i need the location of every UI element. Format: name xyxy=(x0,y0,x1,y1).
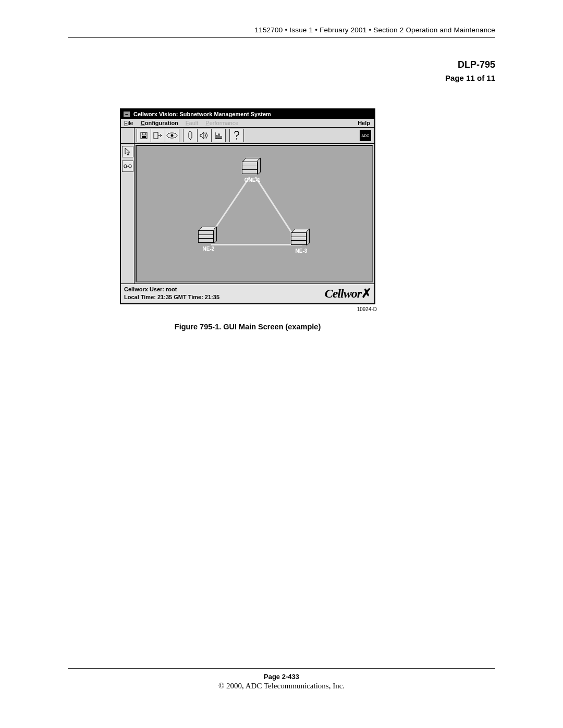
doc-id: 1152700 xyxy=(255,26,283,34)
page-of: Page 11 of 11 xyxy=(68,73,495,82)
node-ne2[interactable]: NE-2 xyxy=(198,229,219,248)
status-bar: Cellworx User: root Local Time: 21:35 GM… xyxy=(121,283,374,303)
date: February 2001 xyxy=(320,26,366,34)
figure-ref: 10924-D xyxy=(120,306,377,312)
svg-rect-6 xyxy=(216,135,217,139)
chart-icon[interactable] xyxy=(211,129,226,142)
system-menu-icon[interactable]: – xyxy=(123,111,130,117)
network-canvas[interactable]: GNE-1 NE-2 NE-3 xyxy=(136,145,373,282)
svg-rect-1 xyxy=(142,136,146,138)
link-icon[interactable] xyxy=(122,161,133,172)
pointer-icon[interactable] xyxy=(122,146,133,157)
menu-help[interactable]: Help xyxy=(358,120,370,126)
node-ne3[interactable]: NE-3 xyxy=(291,231,312,250)
svg-rect-3 xyxy=(154,132,158,139)
menu-performance: Performance xyxy=(205,120,238,126)
section: Section 2 Operation and Maintenance xyxy=(373,26,495,34)
footer-copyright: © 2000, ADC Telecommunications, Inc. xyxy=(68,682,495,690)
page-header: 1152700 • Issue 1 • February 2001 • Sect… xyxy=(68,26,495,38)
figure-caption: Figure 795-1. GUI Main Screen (example) xyxy=(120,323,375,331)
node-label-ne3: NE-3 xyxy=(291,248,312,254)
svg-rect-7 xyxy=(218,134,219,139)
svg-rect-2 xyxy=(142,133,145,135)
menu-fault: Fault xyxy=(186,120,198,126)
save-icon[interactable] xyxy=(137,129,151,142)
help-icon[interactable] xyxy=(229,129,244,142)
svg-point-5 xyxy=(171,134,174,137)
page-footer: Page 2-433 © 2000, ADC Telecommunication… xyxy=(68,668,495,690)
adc-logo-icon: ADC xyxy=(360,130,371,141)
dlp-title: DLP-795 xyxy=(68,59,495,70)
menu-bar: File Configuration Fault Performance Hel… xyxy=(121,119,374,128)
app-window: – Cellworx Vision: Subnetwork Management… xyxy=(120,108,375,304)
status-user: Cellworx User: root xyxy=(124,286,219,293)
menu-file[interactable]: File xyxy=(124,120,133,126)
svg-point-9 xyxy=(236,138,237,139)
node-gne1[interactable]: GNE-1 xyxy=(242,161,263,179)
status-time: Local Time: 21:35 GMT Time: 21:35 xyxy=(124,293,219,301)
pen-icon[interactable] xyxy=(183,129,198,142)
title-bar: – Cellworx Vision: Subnetwork Management… xyxy=(121,109,374,119)
footer-page: Page 2-433 xyxy=(68,673,495,681)
svg-rect-8 xyxy=(221,137,222,139)
toolbar: ADC xyxy=(121,128,374,144)
menu-configuration[interactable]: Configuration xyxy=(141,120,178,126)
eye-icon[interactable] xyxy=(165,129,179,142)
cellworx-logo: Cellwor✗ xyxy=(325,286,371,301)
sound-icon[interactable] xyxy=(197,129,212,142)
node-label-gne1: GNE-1 xyxy=(242,177,263,183)
issue: Issue 1 xyxy=(289,26,313,34)
logout-icon[interactable] xyxy=(151,129,165,142)
side-toolbar xyxy=(121,144,134,283)
window-title: Cellworx Vision: Subnetwork Management S… xyxy=(133,111,271,117)
node-label-ne2: NE-2 xyxy=(198,246,219,252)
